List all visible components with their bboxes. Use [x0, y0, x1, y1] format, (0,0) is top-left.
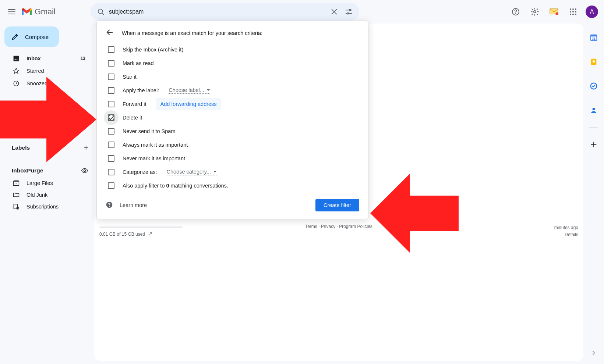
label-old-junk[interactable]: Old Junk [3, 189, 94, 201]
checkbox-icon[interactable] [108, 60, 114, 67]
svg-point-12 [570, 11, 571, 13]
checkbox-icon[interactable] [108, 155, 114, 162]
opt-label: Also apply filter to 0 matching conversa… [123, 183, 228, 189]
compose-label: Compose [25, 34, 49, 40]
checkbox-icon[interactable] [108, 169, 114, 175]
opt-apply-label[interactable]: Apply the label: Choose label... [106, 83, 359, 97]
opt-label: Forward it [123, 101, 146, 107]
gear-icon [530, 7, 539, 16]
product-name: Gmail [35, 7, 55, 17]
opt-skip-inbox[interactable]: Skip the Inbox (Archive it) [106, 43, 359, 56]
keep-addon[interactable] [586, 54, 601, 69]
terms-link[interactable]: Terms [305, 224, 317, 229]
checkbox-icon[interactable] [108, 87, 114, 94]
label-text: Large Files [27, 180, 53, 186]
search-icon [97, 8, 105, 16]
learn-more-link[interactable]: Learn more [120, 202, 147, 208]
label-large-files[interactable]: Large Files [3, 177, 94, 189]
tune-icon [345, 8, 353, 16]
calendar-addon[interactable]: 31 [586, 30, 601, 45]
chevron-right-icon [591, 350, 596, 356]
create-filter-button[interactable]: Create filter [315, 199, 359, 211]
svg-marker-32 [0, 77, 96, 162]
svg-line-1 [102, 13, 103, 14]
svg-rect-24 [591, 35, 597, 37]
main-menu-button[interactable] [3, 3, 21, 21]
opt-delete-it[interactable]: Delete it [106, 111, 359, 124]
opt-label: Skip the Inbox (Archive it) [123, 47, 183, 53]
account-activity: minutes ago Details [554, 224, 578, 238]
opt-star-it[interactable]: Star it [106, 70, 359, 83]
activity-time: minutes ago [554, 224, 578, 231]
caret-down-icon [213, 170, 217, 174]
gmail-logo[interactable]: Gmail [21, 7, 90, 17]
settings-button[interactable] [526, 3, 544, 21]
checkbox-icon[interactable] [108, 74, 114, 80]
checkbox-icon[interactable] [108, 128, 114, 135]
opt-never-spam[interactable]: Never send it to Spam [106, 124, 359, 138]
tasks-addon[interactable] [586, 79, 601, 93]
open-external-icon [147, 232, 152, 237]
opt-label: Star it [123, 74, 137, 80]
get-addons-button[interactable] [586, 137, 601, 152]
filter-card-title: When a message is an exact match for you… [122, 30, 262, 36]
checkbox-icon[interactable] [108, 142, 114, 148]
svg-point-16 [572, 14, 574, 15]
opt-mark-read[interactable]: Mark as read [106, 56, 359, 70]
svg-point-2 [349, 9, 351, 11]
inboxpurge-ext-button[interactable] [545, 3, 563, 21]
side-rail: 31 [583, 24, 604, 364]
label-text: Subscriptions [27, 204, 59, 210]
checkbox-icon[interactable] [108, 101, 114, 107]
privacy-link[interactable]: Privacy [321, 224, 335, 229]
opt-never-important[interactable]: Never mark it as important [106, 151, 359, 165]
sidebar-item-inbox[interactable]: Inbox 13 [3, 52, 94, 65]
svg-point-27 [593, 60, 595, 63]
support-button[interactable] [507, 3, 524, 21]
sidebar-item-label: Inbox [27, 56, 41, 61]
tasks-icon [590, 82, 598, 90]
box-icon [13, 179, 20, 187]
checkbox-checked-icon[interactable] [108, 114, 114, 121]
eye-icon[interactable] [81, 167, 88, 174]
google-apps-button[interactable] [564, 3, 582, 21]
svg-point-6 [534, 11, 536, 13]
label-text: Old Junk [27, 192, 47, 198]
svg-point-14 [575, 11, 576, 13]
svg-point-3 [347, 13, 349, 14]
search-bar [91, 3, 359, 21]
opt-also-apply[interactable]: Also apply filter to 0 matching conversa… [106, 179, 359, 192]
filter-back-button[interactable] [106, 28, 114, 38]
compose-button[interactable]: Compose [4, 26, 59, 47]
search-input[interactable] [108, 8, 327, 15]
dropdown-text: Choose category... [167, 169, 211, 175]
storage-text[interactable]: 0.01 GB of 15 GB used [99, 232, 152, 237]
clear-search-button[interactable] [327, 4, 342, 19]
opt-forward-it[interactable]: Forward it Add forwarding address [106, 97, 359, 111]
pencil-icon [11, 33, 19, 41]
arrow-left-icon [106, 28, 114, 36]
opt-label: Delete it [123, 115, 142, 121]
choose-category-dropdown[interactable]: Choose category... [167, 169, 217, 175]
choose-label-dropdown[interactable]: Choose label... [169, 87, 210, 94]
search-button[interactable] [93, 4, 108, 19]
label-subscriptions[interactable]: Subscriptions [3, 201, 94, 213]
add-forwarding-link[interactable]: Add forwarding address [156, 98, 221, 110]
opt-always-important[interactable]: Always mark it as important [106, 138, 359, 151]
search-options-button[interactable] [342, 4, 356, 19]
svg-rect-20 [14, 182, 19, 186]
svg-point-13 [572, 11, 574, 13]
collapse-rail-button[interactable] [587, 346, 600, 360]
opt-categorize[interactable]: Categorize as: Choose category... [106, 165, 359, 179]
svg-point-17 [575, 14, 576, 15]
contacts-addon[interactable] [586, 103, 601, 118]
checkbox-icon[interactable] [108, 182, 114, 189]
help-button[interactable] [106, 201, 113, 210]
activity-details-link[interactable]: Details [565, 232, 578, 237]
checkbox-icon[interactable] [108, 46, 114, 53]
policies-link[interactable]: Program Policies [339, 224, 372, 229]
svg-point-29 [593, 108, 595, 110]
svg-point-19 [84, 170, 86, 172]
account-avatar[interactable]: A [586, 6, 598, 18]
header-actions: A [507, 3, 598, 21]
